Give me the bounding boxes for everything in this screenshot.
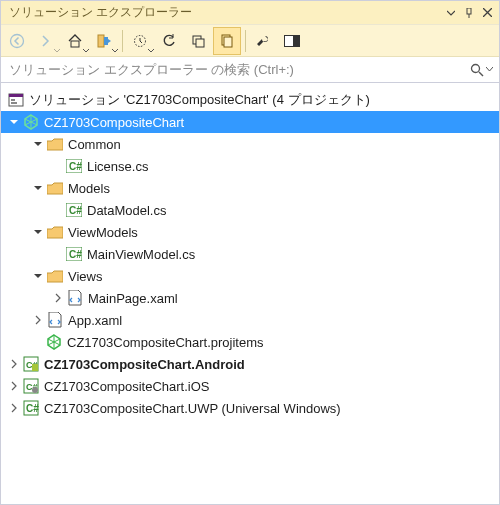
refresh-button[interactable]: [155, 27, 183, 55]
folder-icon: [46, 138, 64, 151]
window-menu-button[interactable]: [443, 5, 459, 21]
history-icon: [133, 34, 147, 48]
toolbar-separator: [122, 30, 123, 52]
file-label: MainViewModel.cs: [87, 247, 195, 262]
project-node-shared[interactable]: CZ1703CompositeChart: [1, 111, 499, 133]
expand-toggle[interactable]: [7, 379, 21, 393]
preview-icon: [284, 35, 300, 47]
folder-icon: [46, 182, 64, 195]
project-node-uwp[interactable]: C# CZ1703CompositeChart.UWP (Universal W…: [1, 397, 499, 419]
svg-point-30: [32, 387, 38, 393]
svg-text:C#: C#: [26, 403, 39, 414]
searchbar: [1, 57, 499, 83]
folder-label: ViewModels: [68, 225, 138, 240]
show-all-files-button[interactable]: [213, 27, 241, 55]
back-button[interactable]: [3, 27, 31, 55]
csharp-file-icon: C#: [65, 159, 83, 173]
history-button[interactable]: [126, 27, 154, 55]
expand-toggle[interactable]: [31, 225, 45, 239]
svg-rect-5: [104, 37, 108, 45]
file-node-mainpage[interactable]: MainPage.xaml: [1, 287, 499, 309]
file-label: License.cs: [87, 159, 148, 174]
csharp-file-icon: C#: [65, 247, 83, 261]
search-button[interactable]: [470, 63, 493, 77]
chevron-down-icon: [112, 49, 118, 53]
project-label: CZ1703CompositeChart.Android: [44, 357, 245, 372]
svg-rect-3: [71, 41, 79, 47]
expand-toggle[interactable]: [31, 269, 45, 283]
svg-rect-17: [11, 99, 15, 101]
expand-toggle[interactable]: [31, 181, 45, 195]
folder-node-models[interactable]: Models: [1, 177, 499, 199]
shared-project-icon: [45, 334, 63, 350]
svg-rect-16: [9, 94, 23, 97]
android-project-icon: C#: [22, 356, 40, 372]
collapse-icon: [191, 34, 205, 48]
toolbar-separator: [245, 30, 246, 52]
svg-text:C#: C#: [69, 249, 82, 260]
svg-text:C#: C#: [69, 205, 82, 216]
shared-project-icon: [22, 114, 40, 130]
file-label: CZ1703CompositeChart.projitems: [67, 335, 264, 350]
expand-toggle[interactable]: [31, 313, 45, 327]
project-node-android[interactable]: C# CZ1703CompositeChart.Android: [1, 353, 499, 375]
close-icon: [483, 8, 492, 17]
collapse-all-button[interactable]: [184, 27, 212, 55]
search-input[interactable]: [7, 61, 470, 78]
expand-toggle[interactable]: [7, 357, 21, 371]
solution-node[interactable]: ソリューション 'CZ1703CompositeChart' (4 プロジェクト…: [1, 89, 499, 111]
csharp-file-icon: C#: [65, 203, 83, 217]
svg-rect-8: [196, 39, 204, 47]
file-node-mainviewmodel[interactable]: C# MainViewModel.cs: [1, 243, 499, 265]
file-node-datamodel[interactable]: C# DataModel.cs: [1, 199, 499, 221]
expand-toggle[interactable]: [31, 137, 45, 151]
xaml-file-icon: [66, 290, 84, 306]
folder-node-views[interactable]: Views: [1, 265, 499, 287]
svg-rect-0: [467, 8, 471, 14]
home-icon: [67, 33, 83, 49]
toolbar: [1, 25, 499, 57]
files-icon: [220, 34, 234, 48]
file-node-appxaml[interactable]: App.xaml: [1, 309, 499, 331]
close-button[interactable]: [479, 5, 495, 21]
file-label: MainPage.xaml: [88, 291, 178, 306]
svg-rect-4: [98, 35, 104, 47]
expand-toggle[interactable]: [51, 291, 65, 305]
folder-label: Views: [68, 269, 102, 284]
svg-rect-18: [11, 102, 17, 104]
autohide-button[interactable]: [461, 5, 477, 21]
forward-icon: [40, 35, 52, 47]
file-label: DataModel.cs: [87, 203, 166, 218]
chevron-down-icon: [54, 49, 60, 53]
folder-label: Models: [68, 181, 110, 196]
titlebar-title: ソリューション エクスプローラー: [9, 4, 441, 21]
xaml-file-icon: [46, 312, 64, 328]
project-label: CZ1703CompositeChart.UWP (Universal Wind…: [44, 401, 341, 416]
back-icon: [9, 33, 25, 49]
svg-rect-12: [285, 36, 293, 46]
expand-toggle[interactable]: [7, 115, 21, 129]
chevron-down-icon: [83, 49, 89, 53]
project-node-ios[interactable]: C# CZ1703CompositeChart.iOS: [1, 375, 499, 397]
forward-button[interactable]: [32, 27, 60, 55]
folder-node-common[interactable]: Common: [1, 133, 499, 155]
project-label: CZ1703CompositeChart: [44, 115, 184, 130]
file-label: App.xaml: [68, 313, 122, 328]
pin-icon: [464, 8, 474, 18]
solution-explorer-panel: ソリューション エクスプローラー: [0, 0, 500, 505]
folder-label: Common: [68, 137, 121, 152]
home-button[interactable]: [61, 27, 89, 55]
properties-button[interactable]: [249, 27, 277, 55]
preview-button[interactable]: [278, 27, 306, 55]
file-node-license[interactable]: C# License.cs: [1, 155, 499, 177]
svg-point-2: [11, 34, 24, 47]
solution-tree[interactable]: ソリューション 'CZ1703CompositeChart' (4 プロジェクト…: [1, 83, 499, 504]
sync-with-active-button[interactable]: [90, 27, 118, 55]
folder-node-viewmodels[interactable]: ViewModels: [1, 221, 499, 243]
file-node-projitems[interactable]: CZ1703CompositeChart.projitems: [1, 331, 499, 353]
expand-toggle[interactable]: [7, 401, 21, 415]
svg-text:C#: C#: [69, 161, 82, 172]
folder-icon: [46, 226, 64, 239]
svg-point-13: [472, 64, 480, 72]
svg-rect-10: [224, 37, 232, 47]
